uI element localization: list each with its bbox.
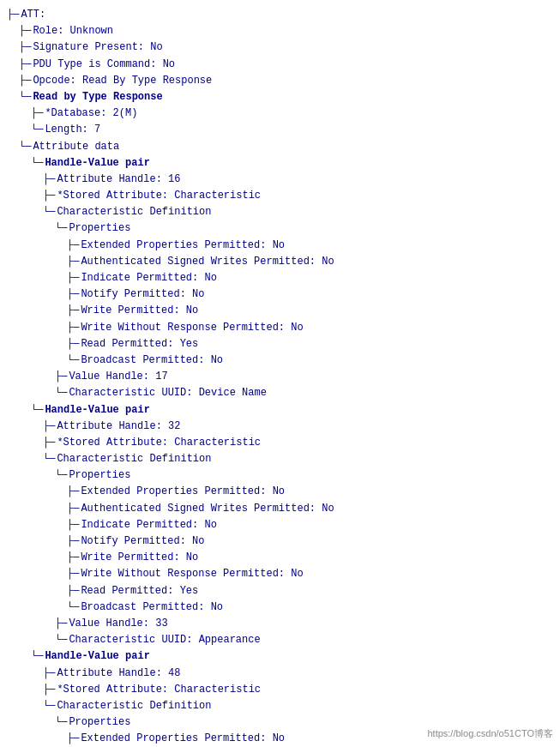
node-label: Write Without Response Permitted: No [81,566,303,582]
tree-node: ├─ Extended Properties Permitted: No [7,238,553,254]
node-prefix: ├─ [67,336,79,352]
node-prefix: └─ [55,220,67,237]
tree-node: ├─ Write Without Response Permitted: No [7,566,553,582]
node-prefix: └─ [43,204,55,220]
tree-node: └─ Attribute data [7,139,553,155]
node-prefix: └─ [67,599,79,616]
node-label: Value Handle: 33 [69,616,167,632]
node-label: Signature Present: No [33,39,162,56]
node-prefix: └─ [31,122,43,138]
tree-node: └─ Properties [7,467,553,484]
node-label: Attribute Handle: 16 [57,172,180,188]
node-prefix: └─ [19,139,31,155]
node-label: Properties [69,220,130,237]
node-label: Indicate Permitted: No [81,270,216,286]
root-node: ├─ ATT: [7,7,553,23]
node-prefix: ├─ [43,172,55,188]
node-label: Broadcast Permitted: No [81,599,223,616]
node-prefix: ├─ [67,731,79,747]
node-label: Characteristic Definition [57,698,211,714]
node-label: Read Permitted: Yes [81,336,198,352]
node-label: Notify Permitted: No [81,533,204,550]
node-prefix: ├─ [19,39,31,56]
tree-node: ├─ Indicate Permitted: No [7,270,553,286]
tree-node: ├─ *Stored Attribute: Characteristic [7,435,553,451]
node-prefix: ├─ [31,105,43,122]
node-prefix: ├─ [43,188,55,204]
node-prefix: ├─ [67,286,79,303]
node-prefix: ├─ [67,566,79,582]
node-prefix: ├─ [67,238,79,254]
node-prefix: └─ [31,648,43,665]
tree-node: ├─ *Stored Attribute: Characteristic [7,188,553,204]
node-prefix: ├─ [67,517,79,533]
node-prefix: ├─ [67,501,79,517]
node-label: Attribute data [33,139,119,155]
tree-node: ├─ Attribute Handle: 16 [7,172,553,188]
node-label: Write Permitted: No [81,550,198,566]
tree-node: └─ Read by Type Response [7,89,553,105]
tree-body: ├─ Role: Unknown├─ Signature Present: No… [7,23,553,747]
tree-node: ├─ Write Without Response Permitted: No [7,320,553,336]
node-label: Characteristic Definition [57,451,211,467]
node-label: Value Handle: 17 [69,369,167,385]
node-prefix: └─ [55,385,67,401]
tree-node: ├─ Notify Permitted: No [7,533,553,550]
node-label: Read by Type Response [33,89,162,105]
tree-node: ├─ Read Permitted: Yes [7,583,553,599]
node-label: Properties [69,714,130,731]
root-label: ATT: [21,7,45,23]
node-prefix: └─ [31,402,43,419]
node-prefix: ├─ [67,270,79,286]
tree-node: ├─ Indicate Permitted: No [7,517,553,533]
node-label: Handle-Value pair [45,155,149,172]
tree-node: ├─ PDU Type is Command: No [7,57,553,73]
node-prefix: ├─ [43,435,55,451]
node-prefix: ├─ [67,320,79,336]
tree-node: ├─ Attribute Handle: 32 [7,419,553,435]
tree-node: └─ Characteristic UUID: Device Name [7,385,553,401]
node-label: Length: 7 [45,122,100,138]
node-prefix: ├─ [67,254,79,270]
tree-node: └─ Characteristic Definition [7,698,553,714]
tree-node: ├─ Signature Present: No [7,39,553,56]
tree-node: ├─ *Database: 2(M) [7,105,553,122]
node-prefix: ├─ [19,57,31,73]
tree-node: └─ Characteristic Definition [7,451,553,467]
node-label: *Stored Attribute: Characteristic [57,188,261,204]
node-label: Extended Properties Permitted: No [81,484,285,500]
tree-node: └─ Broadcast Permitted: No [7,599,553,616]
node-prefix: └─ [31,155,43,172]
tree-node: ├─ Role: Unknown [7,23,553,39]
node-prefix: ├─ [19,23,31,39]
node-prefix: ├─ [67,550,79,566]
node-prefix: └─ [67,352,79,369]
node-label: Role: Unknown [33,23,113,39]
node-prefix: ├─ [55,616,67,632]
tree-node: ├─ Notify Permitted: No [7,286,553,303]
tree-node: ├─ Value Handle: 33 [7,616,553,632]
node-label: Read Permitted: Yes [81,583,198,599]
tree-node: └─ Properties [7,220,553,237]
tree-node: └─ Handle-Value pair [7,648,553,665]
tree-node: ├─ Attribute Handle: 48 [7,666,553,682]
node-prefix: ├─ [67,303,79,319]
node-prefix: └─ [43,451,55,467]
node-prefix: └─ [55,467,67,484]
tree-node: ├─ Opcode: Read By Type Response [7,73,553,89]
tree-node: ├─ Authenticated Signed Writes Permitted… [7,254,553,270]
node-prefix: ├─ [67,533,79,550]
tree-node: ├─ Value Handle: 17 [7,369,553,385]
node-prefix: └─ [43,698,55,714]
node-label: Extended Properties Permitted: No [81,731,285,747]
tree-node: └─ Broadcast Permitted: No [7,352,553,369]
tree-node: └─ Characteristic UUID: Appearance [7,632,553,648]
node-prefix: ├─ [19,73,31,89]
node-label: Attribute Handle: 32 [57,419,180,435]
node-prefix: └─ [55,632,67,648]
node-prefix: ├─ [67,484,79,500]
tree-node: └─ Handle-Value pair [7,155,553,172]
node-label: Extended Properties Permitted: No [81,238,285,254]
node-prefix: ├─ [43,666,55,682]
watermark: https://blog.csdn/o51CTO博客 [427,727,553,740]
